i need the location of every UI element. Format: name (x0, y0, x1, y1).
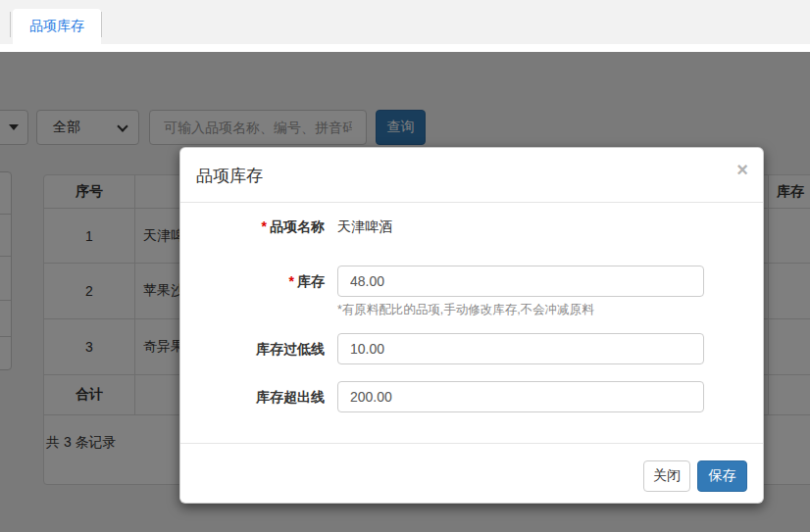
stock-label: *库存 (180, 273, 325, 291)
modal-title: 品项库存 (196, 165, 263, 187)
low-line-label: 库存过低线 (180, 341, 325, 359)
stock-hint: *有原料配比的品项,手动修改库存,不会冲减原料 (337, 302, 594, 318)
required-mark: * (289, 273, 294, 289)
tab-separator (101, 12, 102, 37)
tab-separator (10, 12, 11, 37)
high-line-label: 库存超出线 (180, 389, 325, 407)
tab-bar: 品项库存 (0, 0, 810, 44)
high-line-input[interactable] (337, 381, 704, 412)
low-line-input[interactable] (337, 333, 704, 364)
close-button[interactable]: 关闭 (643, 460, 690, 492)
item-stock-modal: 品项库存 × *品项名称 天津啤酒 *库存 *有原料配比的品项,手动修改库存,不… (179, 147, 764, 504)
item-name-value: 天津啤酒 (337, 218, 392, 236)
tabbar-bottom-strip (0, 44, 810, 52)
close-icon[interactable]: × (736, 160, 748, 179)
required-mark: * (262, 218, 267, 234)
stock-input[interactable] (337, 266, 704, 297)
modal-header-divider (180, 202, 763, 203)
save-button[interactable]: 保存 (697, 460, 747, 492)
tab-item-inventory[interactable]: 品项库存 (13, 9, 101, 44)
modal-footer: 关闭 保存 (180, 443, 763, 505)
item-name-label: *品项名称 (180, 218, 325, 236)
